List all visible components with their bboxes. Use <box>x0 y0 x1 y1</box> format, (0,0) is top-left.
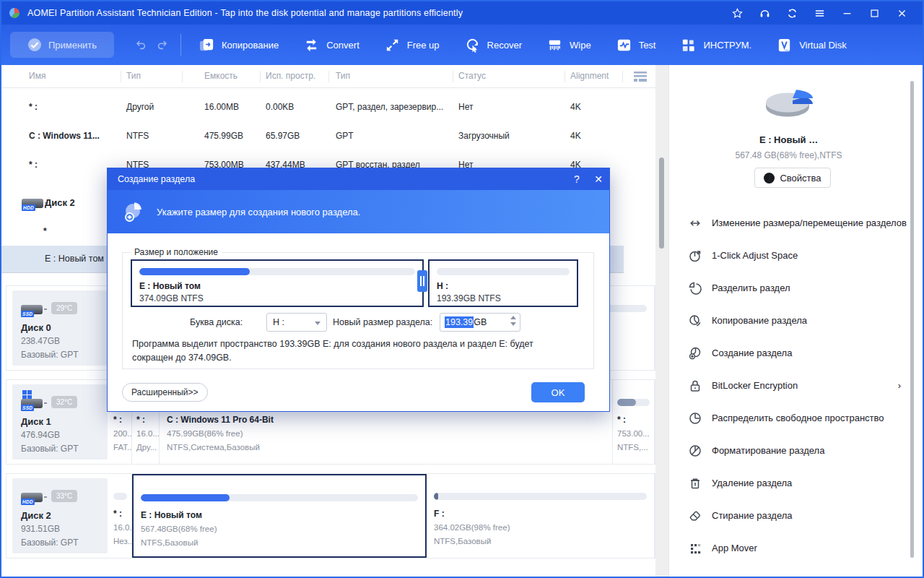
spin-down-icon[interactable] <box>510 322 516 326</box>
dialog-banner: Укажите размер для создания нового разде… <box>108 190 609 233</box>
test-icon <box>616 37 632 53</box>
partition-card[interactable]: * : 16.0... Нез... <box>109 474 132 558</box>
column-settings-icon[interactable] <box>634 70 647 85</box>
dialog-description-line2: сокращен до 374.09GB. <box>132 353 232 363</box>
dialog-subtitle: Укажите размер для создания нового разде… <box>157 207 360 217</box>
sidebar-item-app-mover[interactable]: App Mover <box>669 532 923 564</box>
header-status: Статус <box>458 71 486 81</box>
header-used: Исп. простр. <box>266 71 315 81</box>
usage-bar <box>617 399 650 406</box>
ssd-icon: SSD <box>21 299 48 318</box>
partition-resize-handle[interactable] <box>417 270 427 292</box>
copy-partition-icon <box>688 314 702 328</box>
menu-icon[interactable] <box>806 1 833 25</box>
convert-icon <box>303 37 320 53</box>
dialog-titlebar: Создание раздела ? ✕ <box>108 168 609 190</box>
split-partition-icon <box>688 281 702 296</box>
toolbar-button-wipe[interactable]: Wipe <box>546 37 591 53</box>
app-mover-icon <box>688 541 702 556</box>
apply-button[interactable]: Применить <box>10 32 114 58</box>
create-partition-icon <box>122 201 145 223</box>
disk-2-card[interactable]: HDD 33°C Диск 2 931.51GB Базовый: GPT <box>12 478 108 553</box>
toolbar-button-test[interactable]: Test <box>616 37 656 53</box>
usage-bar <box>141 494 418 501</box>
create-partition-dialog: Создание раздела ? ✕ Укажите размер для … <box>107 168 610 412</box>
sidebar-item-format-partition[interactable]: Форматирование раздела <box>669 434 923 467</box>
table-row[interactable]: C : Windows 11... NTFS 475.99GB 65.97GB … <box>1 121 657 150</box>
sidebar-scrollbar[interactable] <box>910 81 914 558</box>
header-capacity: Емкость <box>204 71 237 81</box>
allocate-space-icon <box>688 411 702 426</box>
disk-1-card[interactable]: SSD 32°C Диск 1 476.94GB Базовый: GPT <box>12 384 108 460</box>
close-button[interactable] <box>888 1 915 25</box>
toolbar-button-convert[interactable]: Convert <box>303 37 359 53</box>
sidebar-item-copy-partition[interactable]: Копирование раздела <box>669 304 923 337</box>
toolbar-button-free-up[interactable]: Free up <box>384 37 440 53</box>
table-row[interactable]: * : Другой 16.00MB 0.00KB GPT, раздел, з… <box>1 92 657 121</box>
drive-letter-select[interactable]: H : <box>266 313 327 332</box>
disk-0-card[interactable]: SSD 29°C Диск 0 238.47GB Базовый: GPT <box>12 290 108 366</box>
toolbar-button-tools[interactable]: ИНСТРУМ. <box>680 37 751 53</box>
table-scrollbar[interactable] <box>659 158 664 249</box>
chevron-down-icon <box>315 322 321 325</box>
header-alignment: Alignment <box>570 71 609 81</box>
new-partition-panel[interactable]: H : 193.39GB NTFS <box>428 259 578 307</box>
sidebar-item-resize-move[interactable]: Изменение размера/перемещение разделов <box>669 207 923 239</box>
wipe-icon <box>546 37 563 53</box>
chevron-right-icon: › <box>898 380 901 391</box>
favorite-icon[interactable] <box>723 1 751 25</box>
sidebar-item-split-partition[interactable]: Разделить раздел <box>669 272 923 304</box>
table-header: Имя Тип Емкость Исп. простр. Тип Статус … <box>1 65 657 88</box>
spin-up-icon[interactable] <box>510 316 516 319</box>
undo-icon[interactable] <box>130 34 152 56</box>
minimize-button[interactable] <box>833 1 860 25</box>
sidebar: E : Новый … 567.48 GB(68% free),NTFS i С… <box>668 65 923 577</box>
partition-pie-chart <box>757 79 822 126</box>
sidebar-item-delete-partition[interactable]: Удаление раздела <box>669 467 923 499</box>
header-type: Тип <box>336 71 350 81</box>
usage-bar <box>139 268 415 275</box>
properties-button[interactable]: i Свойства <box>754 168 831 188</box>
maximize-button[interactable] <box>860 1 888 25</box>
toolbar-button-copy[interactable]: Копирование <box>199 37 279 53</box>
toolbar-button-recover[interactable]: Recover <box>464 37 522 53</box>
format-partition-icon <box>688 444 702 458</box>
toolbar-button-virtual-disk[interactable]: Virtual Disk <box>776 37 847 53</box>
window-title: AOMEI Partition Assistant Technician Edi… <box>27 8 723 18</box>
support-headset-icon[interactable] <box>751 1 778 25</box>
update-sync-icon[interactable] <box>778 1 806 25</box>
sidebar-item-bitlocker[interactable]: BitLocker Encryption › <box>669 369 923 402</box>
tools-grid-icon <box>680 37 697 53</box>
group-label: Размер и положение <box>131 247 222 257</box>
source-partition-panel[interactable]: E : Новый том 374.09GB NTFS <box>131 259 424 307</box>
partition-card[interactable]: F : 364.02GB(98% free) NTFS,Базовый <box>427 474 655 558</box>
selected-partition-info: 567.48 GB(68% free),NTFS <box>669 150 908 160</box>
usage-bar <box>113 493 127 500</box>
sidebar-item-adjust-space[interactable]: 1-Click Adjust Space <box>669 239 923 272</box>
ok-button[interactable]: OK <box>531 382 585 402</box>
sidebar-item-allocate-space[interactable]: Распределить свободное пространство <box>669 402 923 434</box>
header-name: Имя <box>29 71 45 81</box>
check-icon <box>27 38 42 52</box>
sidebar-item-erase-partition[interactable]: Стирание раздела <box>669 499 923 532</box>
temp-badge: 29°C <box>51 302 77 314</box>
recover-icon <box>464 37 481 53</box>
adjust-space-icon <box>688 249 702 263</box>
new-size-input[interactable]: 193.39GB <box>440 313 520 332</box>
advanced-button[interactable]: Расширенный>> <box>122 383 208 402</box>
table-scroll-gutter <box>655 65 668 577</box>
app-logo-icon <box>9 7 20 19</box>
header-fs: Тип <box>126 71 141 81</box>
partition-card[interactable]: * : 753.00... NTFS,... <box>613 380 655 464</box>
titlebar: AOMEI Partition Assistant Technician Edi… <box>1 1 923 25</box>
create-partition-icon <box>688 346 702 361</box>
ssd-windows-icon: SSD <box>21 393 48 412</box>
redo-icon[interactable] <box>152 34 173 56</box>
sidebar-item-create-partition[interactable]: Создание раздела <box>669 337 923 369</box>
usage-bar <box>434 493 647 500</box>
usage-bar <box>437 268 570 275</box>
partition-card-selected[interactable]: E : Новый том 567.48GB(68% free) NTFS,Ба… <box>132 474 427 558</box>
dialog-help-button[interactable]: ? <box>566 168 588 190</box>
dialog-close-button[interactable]: ✕ <box>588 168 609 190</box>
dialog-description-line1: Программа выделит пространство 193.39GB … <box>132 339 533 349</box>
